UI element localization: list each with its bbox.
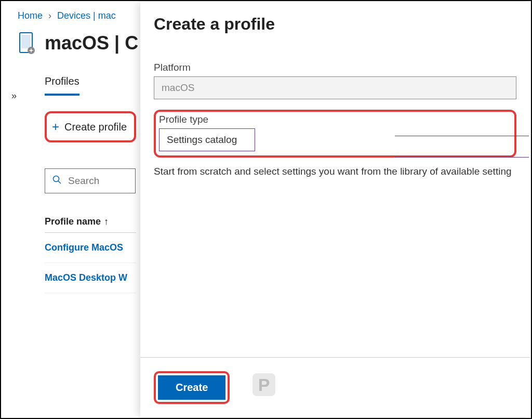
svg-rect-1 [21,35,31,48]
breadcrumb-home[interactable]: Home [18,10,43,21]
platform-dropdown[interactable]: macOS [154,76,516,99]
list-item[interactable]: Configure MacOS [45,233,136,263]
flyout-title: Create a profile [154,15,516,34]
create-profile-button[interactable]: + Create profile [48,114,133,139]
search-input[interactable] [68,175,128,187]
profile-list: Configure MacOS MacOS Desktop W [45,232,136,293]
svg-line-4 [58,181,61,184]
page-title: macOS | C [45,32,138,54]
breadcrumb-devices[interactable]: Devices | mac [57,10,116,21]
column-header-profile-name[interactable]: Profile name ↑ [45,216,136,232]
highlight-create-button: Create [154,371,230,404]
create-button[interactable]: Create [158,375,225,400]
search-box[interactable] [45,168,136,193]
create-profile-flyout: Create a profile Platform macOS Profile … [140,2,530,417]
column-header-label: Profile name [45,216,101,227]
collapse-icon[interactable]: » [11,90,17,101]
chevron-right-icon: › [48,10,51,21]
profile-type-label: Profile type [159,114,510,125]
left-panel: Profiles + Create profile Profile name ↑… [1,67,136,293]
search-icon [52,175,62,187]
sort-arrow-icon: ↑ [104,216,109,227]
tab-profiles[interactable]: Profiles [45,75,79,96]
dropdown-extension [395,136,529,158]
helper-text: Start from scratch and select settings y… [154,166,516,177]
plus-icon: + [52,120,59,134]
highlight-create-profile: + Create profile [45,111,136,142]
flyout-footer: Create P [140,357,530,417]
watermark-icon: P [249,370,278,404]
device-icon [18,32,36,55]
svg-text:P: P [258,375,270,395]
profile-type-dropdown[interactable]: Settings catalog [159,128,255,151]
list-item[interactable]: MacOS Desktop W [45,263,136,293]
platform-label: Platform [154,62,516,73]
create-profile-label: Create profile [64,121,127,133]
svg-point-3 [54,176,59,182]
